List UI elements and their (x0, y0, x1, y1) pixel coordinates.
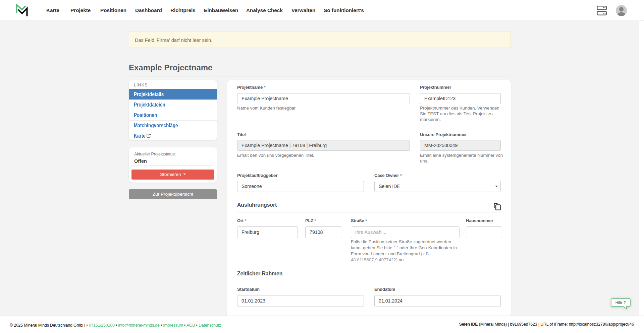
svg-text:Hilfe?: Hilfe? (615, 301, 626, 305)
